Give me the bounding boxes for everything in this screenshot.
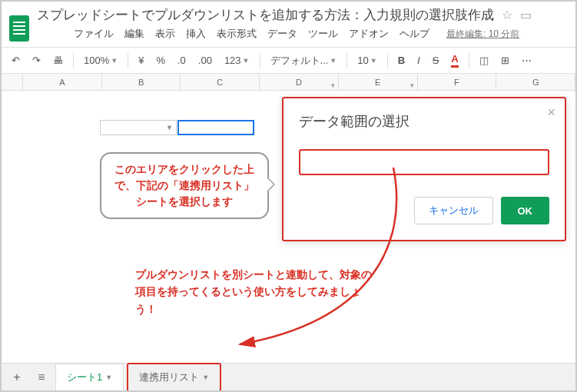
menu-insert[interactable]: 挿入 xyxy=(186,27,206,41)
dropdown-arrow-icon[interactable]: ▼ xyxy=(166,124,173,131)
format-percent[interactable]: % xyxy=(152,52,169,68)
sheets-logo-icon xyxy=(9,15,29,42)
menu-addons[interactable]: アドオン xyxy=(349,27,389,41)
sheet-tab-linked-list[interactable]: 連携用リスト▼ xyxy=(127,363,221,392)
borders-icon[interactable]: ⊞ xyxy=(497,52,513,68)
menu-data[interactable]: データ xyxy=(267,27,297,41)
sheet-tab-1[interactable]: シート1▼ xyxy=(55,364,124,390)
menu-tools[interactable]: ツール xyxy=(308,27,338,41)
select-range-dialog: × データ範囲の選択 キャンセル OK xyxy=(282,97,566,241)
increase-decimal[interactable]: .00 xyxy=(194,52,216,68)
font-size-dropdown[interactable]: 10▼ xyxy=(353,52,380,68)
select-all-corner[interactable] xyxy=(2,74,23,90)
decrease-decimal[interactable]: .0 xyxy=(174,52,190,68)
sheet-tab-bar: + ≡ シート1▼ 連携用リスト▼ xyxy=(2,363,575,390)
menu-help[interactable]: ヘルプ xyxy=(400,27,429,41)
more-toolbar-icon[interactable]: ⋯ xyxy=(518,52,536,68)
range-input[interactable] xyxy=(299,149,549,175)
strike-button[interactable]: S xyxy=(429,52,443,68)
annotation-callout-1: このエリアをクリックした上で、下記の「連携用リスト」シートを選択します xyxy=(100,152,269,219)
menu-file[interactable]: ファイル xyxy=(74,27,114,41)
bold-button[interactable]: B xyxy=(394,52,409,68)
fill-color-icon[interactable]: ◫ xyxy=(476,52,492,68)
redo-icon[interactable]: ↷ xyxy=(28,52,45,68)
text-color-button[interactable]: A xyxy=(447,51,462,70)
annotation-callout-2: プルダウンリストを別シートと連動して、対象の項目を持ってくるという使い方をしてみ… xyxy=(135,266,373,317)
document-title[interactable]: スプレッドシートでプルダウンリストを追加する方法：入力規則の選択肢作成 xyxy=(37,6,494,24)
zoom-dropdown[interactable]: 100%▼ xyxy=(80,52,121,68)
add-sheet-button[interactable]: + xyxy=(6,367,28,388)
undo-icon[interactable]: ↶ xyxy=(8,52,24,68)
cancel-button[interactable]: キャンセル xyxy=(414,197,493,224)
ok-button[interactable]: OK xyxy=(501,197,550,224)
toolbar: ↶ ↷ 🖶 100%▼ ¥ % .0 .00 123▼ デフォルト...▼ 10… xyxy=(2,47,575,74)
menu-view[interactable]: 表示 xyxy=(155,27,175,41)
spreadsheet-grid[interactable]: A B C D▾ E▾ F G ▼ × データ範囲の選択 キャンセル OK この… xyxy=(2,74,575,350)
col-header-e[interactable]: E▾ xyxy=(339,74,418,90)
col-header-g[interactable]: G xyxy=(496,74,575,90)
col-header-c[interactable]: C xyxy=(181,74,260,90)
col-header-a[interactable]: A xyxy=(23,74,102,90)
print-icon[interactable]: 🖶 xyxy=(49,52,67,68)
menu-edit[interactable]: 編集 xyxy=(124,27,144,41)
last-edit-link[interactable]: 最終編集: 10 分前 xyxy=(446,28,519,41)
active-cell[interactable] xyxy=(177,120,254,135)
italic-button[interactable]: I xyxy=(413,52,424,68)
col-header-b[interactable]: B xyxy=(102,74,181,90)
dropdown-cell[interactable]: ▼ xyxy=(100,120,177,135)
dialog-title: データ範囲の選択 xyxy=(299,112,549,131)
all-sheets-button[interactable]: ≡ xyxy=(31,367,52,388)
col-header-f[interactable]: F xyxy=(418,74,497,90)
col-header-d[interactable]: D▾ xyxy=(260,74,339,90)
format-currency[interactable]: ¥ xyxy=(134,52,148,68)
more-formats[interactable]: 123▼ xyxy=(221,52,254,68)
present-icon[interactable]: ▭ xyxy=(520,8,532,22)
close-icon[interactable]: × xyxy=(547,105,555,121)
menu-format[interactable]: 表示形式 xyxy=(217,27,257,41)
star-icon[interactable]: ☆ xyxy=(502,8,512,22)
menu-bar: ファイル 編集 表示 挿入 表示形式 データ ツール アドオン ヘルプ 最終編集… xyxy=(37,24,568,47)
font-dropdown[interactable]: デフォルト...▼ xyxy=(267,51,341,70)
